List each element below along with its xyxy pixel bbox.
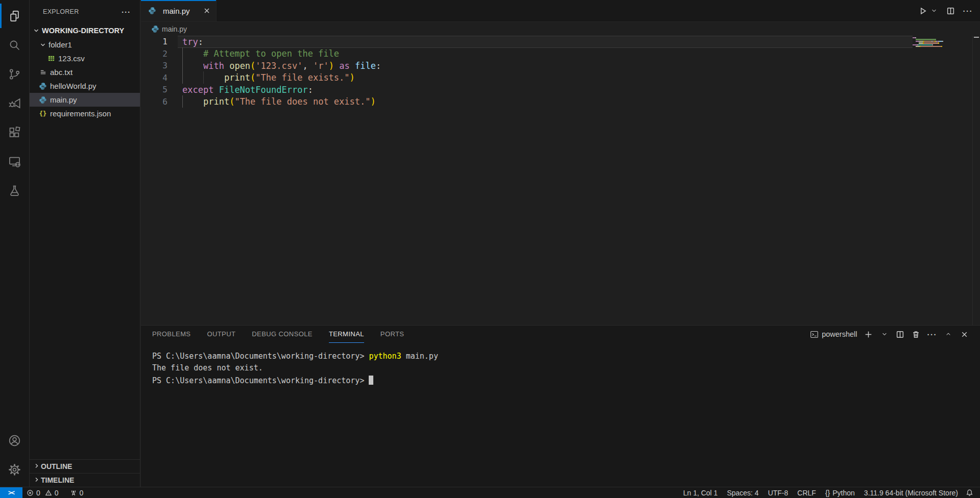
tree-item-main-py[interactable]: main.py bbox=[30, 93, 140, 107]
chevron-down-icon bbox=[32, 27, 40, 35]
tab-terminal[interactable]: TERMINAL bbox=[329, 326, 364, 343]
ports-status[interactable]: 0 bbox=[66, 487, 88, 498]
txt-file-icon bbox=[39, 68, 47, 77]
indent-guide bbox=[203, 71, 204, 84]
code-line-1: 1try: bbox=[141, 36, 980, 48]
run-dropdown-chevron-icon[interactable] bbox=[929, 6, 939, 15]
sidebar-header: EXPLORER ··· bbox=[30, 0, 140, 23]
terminal-output[interactable]: PS C:\Users\aamna\Documents\working-dire… bbox=[141, 343, 980, 387]
problems-status[interactable]: 0 0 bbox=[22, 487, 63, 498]
terminal-line: PS C:\Users\aamna\Documents\working-dire… bbox=[152, 351, 980, 362]
terminal-line: The file does not exist. bbox=[152, 362, 980, 374]
tree-item-requirements-json[interactable]: {}requirements.json bbox=[30, 107, 140, 120]
terminal-line: PS C:\Users\aamna\Documents\working-dire… bbox=[152, 374, 980, 387]
section-timeline[interactable]: TIMELINE bbox=[30, 473, 140, 487]
language-label: Python bbox=[832, 489, 855, 497]
python-file-icon bbox=[39, 96, 47, 104]
editor-more-actions-icon[interactable]: ··· bbox=[963, 7, 973, 15]
breadcrumbs[interactable]: main.py bbox=[141, 22, 980, 36]
file-label: main.py bbox=[50, 95, 77, 104]
notifications-bell-icon[interactable] bbox=[963, 487, 980, 498]
encoding[interactable]: UTF-8 bbox=[763, 487, 793, 498]
extensions-icon[interactable] bbox=[0, 119, 29, 145]
chevron-right-icon bbox=[33, 476, 41, 485]
terminal-dropdown-chevron-icon[interactable] bbox=[880, 330, 889, 339]
remote-icon: >< bbox=[8, 489, 14, 496]
chevron-down-icon bbox=[39, 41, 47, 49]
line-number: 5 bbox=[141, 85, 168, 94]
split-editor-icon[interactable] bbox=[946, 6, 955, 15]
tab-close-icon[interactable] bbox=[203, 7, 211, 15]
warning-count: 0 bbox=[55, 489, 59, 497]
chevron-right-icon bbox=[33, 462, 41, 471]
csv-file-icon bbox=[47, 55, 55, 63]
tree-item-folder1[interactable]: folder1 bbox=[30, 38, 140, 52]
close-panel-icon[interactable] bbox=[960, 330, 969, 339]
tree-item-123-csv[interactable]: 123.csv bbox=[30, 52, 140, 65]
source-control-icon[interactable] bbox=[0, 61, 29, 87]
remote-indicator[interactable]: >< bbox=[0, 487, 22, 498]
braces-icon: {} bbox=[825, 489, 830, 497]
editor-actions: ··· bbox=[919, 0, 973, 21]
run-and-debug-icon[interactable] bbox=[0, 90, 29, 116]
line-number: 2 bbox=[141, 49, 168, 59]
testing-icon[interactable] bbox=[0, 177, 29, 204]
section-outline-label: OUTLINE bbox=[41, 462, 72, 470]
panel-tab-bar: PROBLEMS OUTPUT DEBUG CONSOLE TERMINAL P… bbox=[141, 326, 980, 343]
editor-group: main.py ··· main.py 1try:2 # Attempt to … bbox=[141, 0, 980, 487]
tab-label: main.py bbox=[163, 7, 190, 15]
panel-more-actions-icon[interactable]: ··· bbox=[927, 330, 938, 339]
indentation[interactable]: Spaces: 4 bbox=[722, 487, 763, 498]
eol-sequence[interactable]: CRLF bbox=[793, 487, 821, 498]
terminal-shell-item[interactable]: powershell bbox=[810, 330, 857, 339]
cursor-position[interactable]: Ln 1, Col 1 bbox=[679, 487, 723, 498]
kill-terminal-trash-icon[interactable] bbox=[912, 330, 921, 339]
search-icon[interactable] bbox=[0, 32, 29, 58]
tab-debug-console[interactable]: DEBUG CONSOLE bbox=[252, 326, 313, 343]
tab-problems[interactable]: PROBLEMS bbox=[152, 326, 190, 343]
tree-item-abc-txt[interactable]: abc.txt bbox=[30, 65, 140, 79]
terminal-cursor bbox=[369, 376, 373, 385]
sidebar-more-actions-icon[interactable]: ··· bbox=[122, 8, 131, 16]
indent-guide bbox=[182, 71, 183, 84]
tab-output[interactable]: OUTPUT bbox=[207, 326, 235, 343]
file-label: helloWorld.py bbox=[50, 82, 97, 90]
run-python-file-icon[interactable] bbox=[919, 6, 928, 15]
line-number: 4 bbox=[141, 73, 168, 83]
status-bar: >< 0 0 0 Ln 1, Col 1 Spaces: 4 UTF-8 CRL… bbox=[0, 487, 980, 498]
tree-root-working-directory[interactable]: WORKING-DIRECTORY bbox=[30, 23, 140, 38]
settings-gear-icon[interactable] bbox=[0, 456, 29, 483]
explorer-icon[interactable] bbox=[0, 3, 29, 29]
overview-ruler[interactable] bbox=[972, 36, 980, 325]
breadcrumb-item[interactable]: main.py bbox=[162, 25, 187, 33]
error-circle-icon bbox=[27, 489, 34, 496]
code-line-4: 4 print("The file exists.") bbox=[141, 72, 980, 84]
tab-strip: main.py ··· bbox=[141, 0, 980, 22]
sidebar-bottom-sections: OUTLINE TIMELINE bbox=[30, 459, 140, 487]
code-line-5: 5except FileNotFoundError: bbox=[141, 84, 980, 96]
tree-item-helloworld-py[interactable]: helloWorld.py bbox=[30, 79, 140, 93]
accounts-icon[interactable] bbox=[0, 427, 29, 454]
new-terminal-icon[interactable] bbox=[864, 330, 873, 339]
warning-triangle-icon bbox=[45, 489, 52, 496]
file-label: abc.txt bbox=[50, 68, 73, 77]
code-line-2: 2 # Attempt to open the file bbox=[141, 48, 980, 60]
split-terminal-icon[interactable] bbox=[896, 330, 905, 339]
activity-bar-spacer bbox=[0, 204, 29, 425]
minimap[interactable] bbox=[913, 37, 970, 47]
code-line-6: 6 print("The file does not exist.") bbox=[141, 96, 980, 108]
sidebar-explorer: EXPLORER ··· WORKING-DIRECTORY folder112… bbox=[30, 0, 140, 487]
tab-main-py[interactable]: main.py bbox=[141, 0, 217, 21]
python-file-icon bbox=[148, 7, 156, 15]
tab-ports[interactable]: PORTS bbox=[380, 326, 404, 343]
python-interpreter[interactable]: 3.11.9 64-bit (Microsoft Store) bbox=[859, 487, 963, 498]
file-label: requirements.json bbox=[50, 109, 111, 118]
language-mode[interactable]: {} Python bbox=[821, 487, 859, 498]
code-editor[interactable]: 1try:2 # Attempt to open the file3 with … bbox=[141, 36, 980, 325]
maximize-panel-chevron-icon[interactable] bbox=[944, 330, 953, 339]
remote-explorer-icon[interactable] bbox=[0, 148, 29, 175]
json-file-icon: {} bbox=[39, 110, 47, 118]
section-outline[interactable]: OUTLINE bbox=[30, 459, 140, 473]
code-text: except FileNotFoundError: bbox=[182, 85, 313, 95]
python-file-icon bbox=[39, 82, 47, 90]
